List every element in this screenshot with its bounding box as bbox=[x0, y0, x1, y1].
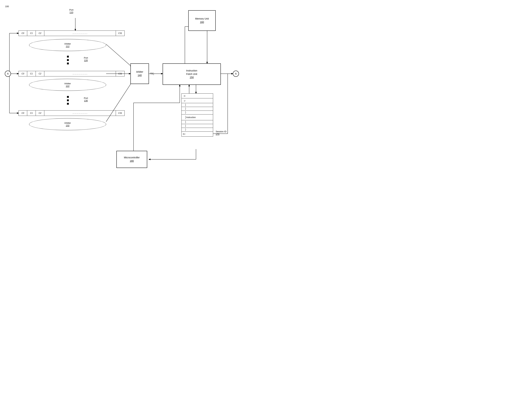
cell-dots-r2: …………………. bbox=[44, 71, 116, 76]
ifu-box: Instruction Fetch Unit 150 bbox=[163, 63, 221, 85]
channel-row-2: C0 C1 C2 …………………. C31 bbox=[19, 71, 125, 76]
cell-c1-r3: C1 bbox=[27, 110, 36, 116]
microcontroller-box: Microcontroller 180 bbox=[116, 151, 147, 168]
stack-table: 0 1 · · · Instruction · bbox=[181, 93, 213, 137]
arbiter-140-box: Arbiter 140 bbox=[130, 63, 149, 84]
diagram: 100 Port 110 C0 C1 C2 …………………. C31 Arbit… bbox=[0, 0, 266, 206]
cell-c0-r3: C0 bbox=[19, 110, 27, 116]
circle-a-left: A bbox=[5, 71, 11, 77]
cell-c2-r3: C2 bbox=[36, 110, 44, 116]
port120-label: Port 120 bbox=[84, 57, 88, 62]
cell-c1-r1: C1 bbox=[27, 31, 36, 36]
channel-row-3: C0 C1 C2 …………………. C31 bbox=[19, 110, 125, 116]
cell-c1-r2: C1 bbox=[27, 71, 36, 76]
cell-c31-r3: C31 bbox=[116, 110, 124, 116]
cell-dots-r1: …………………. bbox=[44, 31, 116, 36]
channel-row-1: C0 C1 C2 …………………. C31 bbox=[19, 30, 125, 36]
cell-c31-r1: C31 bbox=[116, 31, 124, 36]
main-label: 100 bbox=[5, 5, 9, 8]
cell-c2-r1: C2 bbox=[36, 31, 44, 36]
arbiter-122: Arbiter 122 bbox=[29, 79, 106, 91]
cell-c2-r2: C2 bbox=[36, 71, 44, 76]
cell-dots-r3: …………………. bbox=[44, 110, 116, 116]
arbiter-132: Arbiter 132 bbox=[29, 118, 106, 130]
memory-unit-box: Memory Unit 160 bbox=[188, 10, 216, 31]
cell-c31-r2: C31 bbox=[116, 71, 124, 76]
session-id-label: Session ID 170 bbox=[216, 130, 227, 135]
svg-line-8 bbox=[106, 44, 132, 67]
cell-c0-r2: C0 bbox=[19, 71, 27, 76]
circle-a-right: A bbox=[233, 71, 239, 77]
port130-label: Port 130 bbox=[84, 97, 88, 102]
dots-2: ■■■ bbox=[67, 95, 69, 105]
port110-label: Port 110 bbox=[69, 9, 73, 14]
picj-label: PiCj bbox=[150, 72, 154, 75]
arbiter-112: Arbiter 112 bbox=[29, 39, 106, 51]
dots-1: ■■■ bbox=[67, 55, 69, 65]
cell-c0-r1: C0 bbox=[19, 31, 27, 36]
